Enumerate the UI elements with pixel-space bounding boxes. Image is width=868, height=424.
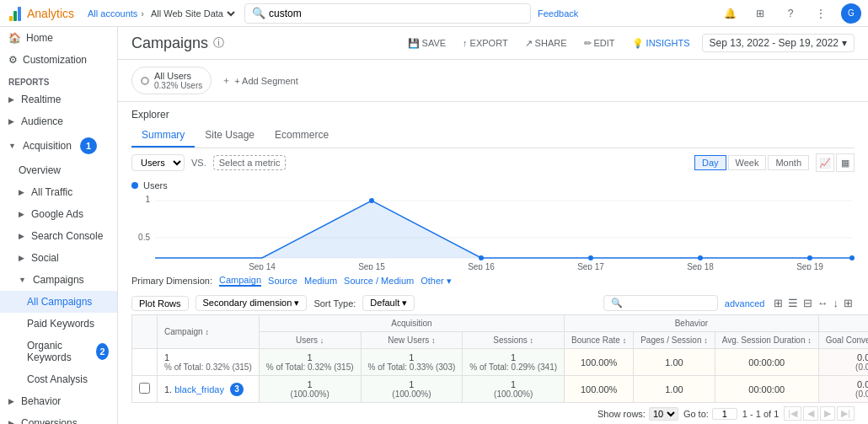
sidebar-item-home[interactable]: 🏠 Home — [0, 27, 117, 49]
tab-summary[interactable]: Summary — [131, 124, 195, 148]
next-page-btn[interactable]: ▶ — [820, 406, 835, 421]
dim-source-medium[interactable]: Source / Medium — [344, 276, 414, 286]
sort-type-label: Sort Type: — [313, 298, 356, 309]
customization-icon: ⚙ — [8, 54, 18, 66]
explorer-label: Explorer — [131, 109, 855, 121]
new-users-header[interactable]: New Users ↕ — [361, 332, 463, 349]
table-view-icons: ⊞ ☰ ⊟ ↔ ↓ ⊞ — [772, 295, 855, 311]
row-checkbox[interactable] — [139, 383, 150, 394]
goal-conv-rate-header[interactable]: Goal Conversion Rate ↕ — [818, 332, 868, 349]
first-page-btn[interactable]: |◀ — [784, 406, 801, 421]
day-btn[interactable]: Day — [694, 155, 726, 170]
bar-chart-btn[interactable]: ▦ — [836, 153, 855, 172]
chart-controls: Users VS. Select a metric Day Week Month… — [118, 148, 868, 177]
insights-button[interactable]: 💡 INSIGHTS — [627, 35, 695, 51]
chart-legend: Users — [118, 177, 868, 194]
sidebar-item-search-console[interactable]: ▶ Search Console — [0, 225, 117, 247]
pages-session-header[interactable]: Pages / Session ↕ — [634, 332, 715, 349]
secondary-dim-btn[interactable]: Secondary dimension ▾ — [196, 295, 308, 311]
export-button[interactable]: ↑ EXPORT — [458, 35, 513, 51]
main-header: Campaigns ⓘ 💾 SAVE ↑ EXPORT ↗ SHARE ✏ — [118, 27, 868, 60]
sort-type-select[interactable]: Default ▾ — [362, 295, 415, 311]
primary-dim-label: Primary Dimension: — [131, 276, 212, 286]
table-list-icon[interactable]: ☰ — [786, 295, 800, 311]
grid-icon[interactable]: ⊞ — [750, 3, 770, 24]
last-page-btn[interactable]: ▶| — [837, 406, 855, 421]
property-select[interactable]: All Web Site Data — [147, 8, 238, 19]
chevron-right-icon: ▶ — [8, 117, 14, 126]
tab-ecommerce[interactable]: Ecommerce — [265, 124, 339, 148]
feedback-link[interactable]: Feedback — [538, 8, 578, 19]
notifications-icon[interactable]: 🔔 — [720, 3, 740, 24]
explorer-tabs: Summary Site Usage Ecommerce — [131, 124, 855, 148]
sidebar-item-all-campaigns[interactable]: All Campaigns — [0, 291, 117, 313]
metric-select[interactable]: Users — [131, 154, 185, 171]
segments-bar: All Users 0.32% Users ＋ + Add Segment — [118, 60, 868, 102]
avg-session-header[interactable]: Avg. Session Duration ↕ — [715, 332, 818, 349]
sidebar-item-overview[interactable]: Overview — [0, 159, 117, 181]
users-header[interactable]: Users ↓ — [259, 332, 361, 349]
sidebar-item-campaigns[interactable]: ▼ Campaigns — [0, 269, 117, 291]
sidebar-item-google-ads[interactable]: ▶ Google Ads — [0, 203, 117, 225]
search-input[interactable] — [269, 8, 523, 19]
sessions-header[interactable]: Sessions ↕ — [463, 332, 565, 349]
table-pivot-icon[interactable]: ⊟ — [801, 295, 814, 311]
dim-medium[interactable]: Medium — [304, 276, 337, 286]
prev-page-btn[interactable]: ◀ — [803, 406, 818, 421]
svg-text:0.5: 0.5 — [138, 233, 150, 242]
chevron-down-icon: ▼ — [19, 276, 26, 284]
save-button[interactable]: 💾 SAVE — [403, 35, 452, 51]
table-grid-icon[interactable]: ⊞ — [772, 295, 785, 311]
help-icon[interactable]: ? — [780, 3, 801, 24]
sidebar-item-customization[interactable]: ⚙ Customization — [0, 49, 117, 71]
sidebar-item-organic-keywords[interactable]: Organic Keywords 2 — [0, 335, 117, 368]
plot-rows-btn[interactable]: Plot Rows — [131, 296, 189, 311]
advanced-link[interactable]: advanced — [725, 298, 765, 309]
logo: Analytics — [7, 5, 81, 22]
sidebar-item-all-traffic[interactable]: ▶ All Traffic — [0, 181, 117, 203]
month-btn[interactable]: Month — [768, 155, 809, 170]
sidebar-item-paid-keywords[interactable]: Paid Keywords — [0, 313, 117, 335]
conversions-group-header: Conversions — [818, 315, 868, 332]
sidebar-item-social[interactable]: ▶ Social — [0, 247, 117, 269]
more-icon[interactable]: ⋮ — [811, 3, 831, 24]
table-search-input[interactable] — [626, 298, 710, 309]
add-segment-btn[interactable]: ＋ + Add Segment — [222, 74, 298, 87]
share-button[interactable]: ↗ SHARE — [520, 35, 572, 51]
table-compare-icon[interactable]: ↔ — [816, 295, 830, 311]
breadcrumb-all-accounts[interactable]: All accounts — [88, 8, 137, 19]
line-chart-btn[interactable]: 📈 — [816, 153, 834, 172]
totals-row: 1 % of Total: 0.32% (315) 1 % of Total: … — [132, 349, 869, 376]
campaign-link[interactable]: black_friday — [174, 384, 224, 394]
campaign-header[interactable]: Campaign ↕ — [158, 315, 260, 349]
avatar[interactable]: G — [841, 3, 861, 24]
svg-text:Sep 17: Sep 17 — [577, 262, 604, 270]
behavior-group-header: Behavior — [565, 315, 819, 332]
date-range-picker[interactable]: Sep 13, 2022 - Sep 19, 2022 ▾ — [702, 34, 855, 52]
chevron-right-icon: ▶ — [19, 188, 24, 196]
dim-other[interactable]: Other ▾ — [421, 276, 452, 287]
row-num: 1. — [164, 384, 172, 394]
segment-pct: 0.32% Users — [154, 81, 202, 90]
dim-source[interactable]: Source — [268, 276, 297, 286]
sidebar-item-realtime[interactable]: ▶ Realtime — [0, 89, 117, 110]
all-users-segment[interactable]: All Users 0.32% Users — [131, 67, 212, 94]
sidebar-item-cost-analysis[interactable]: Cost Analysis — [0, 368, 117, 390]
sidebar-item-conversions[interactable]: ▶ Conversions — [0, 412, 117, 424]
show-rows-select[interactable]: 10 — [649, 407, 678, 421]
dim-campaign[interactable]: Campaign — [219, 275, 261, 287]
sidebar-item-audience[interactable]: ▶ Audience — [0, 110, 117, 132]
table-export-icon[interactable]: ↓ — [832, 295, 841, 311]
bounce-rate-header[interactable]: Bounce Rate ↕ — [565, 332, 634, 349]
reports-section-label: REPORTS — [0, 71, 117, 89]
info-icon[interactable]: ⓘ — [213, 35, 224, 51]
week-btn[interactable]: Week — [728, 155, 767, 170]
select-metric-btn[interactable]: Select a metric — [213, 155, 287, 170]
tab-site-usage[interactable]: Site Usage — [195, 124, 265, 148]
table-share-icon[interactable]: ⊞ — [842, 295, 855, 311]
checkbox-header — [132, 315, 158, 349]
sidebar-item-acquisition[interactable]: ▼ Acquisition 1 — [0, 132, 117, 159]
sidebar-item-behavior[interactable]: ▶ Behavior — [0, 390, 117, 412]
goto-input[interactable] — [712, 408, 737, 420]
edit-button[interactable]: ✏ EDIT — [579, 35, 620, 51]
